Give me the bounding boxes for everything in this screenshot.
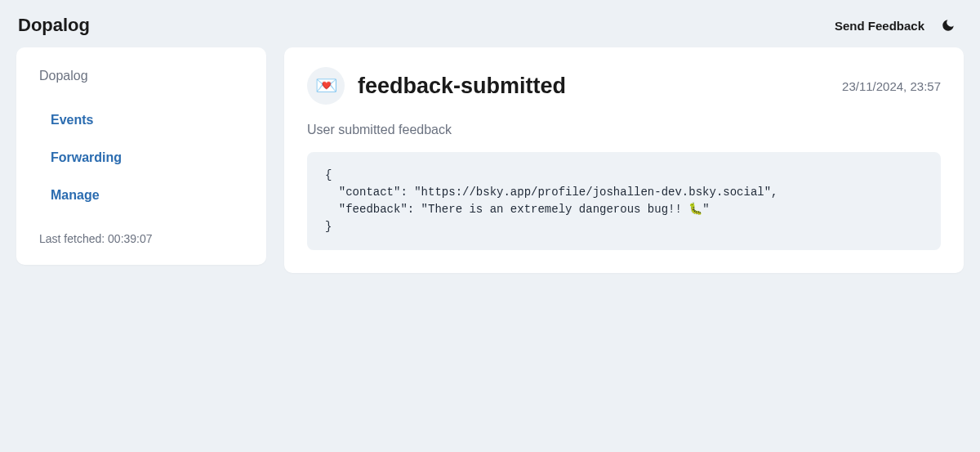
event-header: 💌 feedback-submitted 23/11/2024, 23:57 [307, 67, 941, 105]
event-envelope-heart-icon: 💌 [307, 67, 345, 105]
sidebar-item-events[interactable]: Events [39, 101, 243, 139]
header-right: Send Feedback [835, 16, 957, 34]
event-subtitle: User submitted feedback [307, 123, 941, 137]
sidebar-title: Dopalog [39, 69, 243, 83]
main-layout: Dopalog Events Forwarding Manage Last fe… [0, 47, 980, 273]
send-feedback-button[interactable]: Send Feedback [835, 19, 924, 33]
sidebar: Dopalog Events Forwarding Manage Last fe… [16, 47, 266, 265]
app-header: Dopalog Send Feedback [0, 0, 980, 47]
sidebar-nav: Events Forwarding Manage [39, 101, 243, 214]
theme-toggle-button[interactable] [939, 16, 957, 34]
sidebar-item-manage[interactable]: Manage [39, 177, 243, 214]
event-title: feedback-submitted [358, 74, 566, 99]
moon-icon [941, 18, 956, 33]
sidebar-item-forwarding[interactable]: Forwarding [39, 139, 243, 177]
app-title: Dopalog [18, 15, 90, 36]
event-timestamp: 23/11/2024, 23:57 [842, 79, 941, 93]
content-panel: 💌 feedback-submitted 23/11/2024, 23:57 U… [284, 47, 964, 273]
event-title-group: 💌 feedback-submitted [307, 67, 566, 105]
event-payload-code: { "contact": "https://bsky.app/profile/j… [307, 152, 941, 250]
sidebar-last-fetched: Last fetched: 00:39:07 [39, 232, 243, 245]
